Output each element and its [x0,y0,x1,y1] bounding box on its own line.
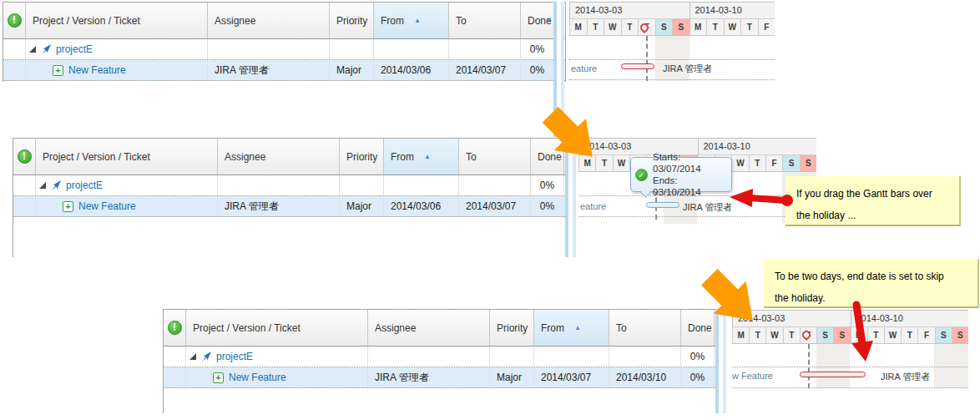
sort-asc-icon: ▲ [414,17,421,24]
status-column-header[interactable]: ! [3,3,26,38]
to-cell [459,175,531,195]
gantt-day-cell: S [952,327,968,343]
from-cell: 2014/03/06 [384,196,459,216]
ticket-link[interactable]: New Feature [68,64,126,76]
priority-cell [330,39,374,59]
gantt-task-label: w Feature [732,371,773,381]
project-link[interactable]: projectE [56,43,93,55]
to-cell [449,39,521,59]
row-status-cell [164,367,186,387]
gantt-day-cell: S [782,155,799,171]
column-header-done[interactable]: Done▼ [521,3,554,38]
gantt-day-cell: S [935,327,952,343]
gantt-bar[interactable] [800,372,866,377]
gantt-row-separator [732,387,968,388]
project-tree-cell: projectE [26,39,208,59]
table-row-ticket[interactable]: +New Feature JIRA 管理者 Major 2014/03/06 2… [3,60,565,81]
project-tree-cell: projectE [186,347,368,367]
gantt-bar[interactable] [621,63,654,69]
column-header-to[interactable]: To [449,3,521,38]
gantt-day-header: MTWTFSSMTWTF [569,19,775,36]
project-link[interactable]: projectE [66,180,103,191]
tooltip-starts: Starts: 03/07/2014 [653,151,727,175]
collapse-triangle-icon[interactable] [39,182,46,189]
column-header-project[interactable]: Project / Version / Ticket [36,139,218,175]
expand-plus-icon[interactable]: + [53,65,63,76]
column-header-priority[interactable]: Priority [340,139,384,175]
assignee-cell: JIRA 管理者 [368,367,490,387]
gantt-day-cell: F [758,19,775,35]
ticket-link[interactable]: New Feature [229,372,286,383]
done-cell: 0% [521,60,554,80]
gantt-day-cell: W [765,327,782,343]
sort-asc-icon: ▲ [424,153,431,160]
drag-date-tooltip: ✓ Starts: 03/07/2014 Ends: 03/10/2014 [630,157,732,192]
project-rocket-icon [51,180,62,191]
grid-scrollbar[interactable] [715,309,726,413]
done-cell: 0% [531,175,564,195]
table-row-ticket[interactable]: +New Feature JIRA 管理者 Major 2014/03/06 2… [13,196,575,217]
project-tree-cell: projectE [36,175,218,195]
status-column-header[interactable]: ! [13,139,36,175]
tutorial-canvas: { "colors": { "link_blue": "#1a6fad", "s… [0,0,980,420]
column-header-project[interactable]: Project / Version / Ticket [26,3,208,38]
priority-cell [490,347,534,367]
project-link[interactable]: projectE [216,351,253,362]
column-header-assignee[interactable]: Assignee [218,139,340,175]
column-header-from[interactable]: From▲ [534,310,609,346]
row-status-cell [164,347,186,367]
priority-cell: Major [340,196,384,216]
gantt-day-cell: T [621,19,639,35]
column-header-project[interactable]: Project / Version / Ticket [186,310,368,346]
ticket-tree-cell: +New Feature [26,60,208,80]
grid-header: ! Project / Version / Ticket Assignee Pr… [13,139,575,175]
column-header-assignee[interactable]: Assignee [208,3,330,38]
column-header-to[interactable]: To [609,310,681,346]
gantt-day-cell: S [655,19,673,35]
to-cell: 2014/03/07 [449,60,521,80]
gantt-day-cell: S [672,19,690,35]
gantt-day-cell: T [740,19,758,35]
gantt-chart: 2014-03-03 2014-03-10 MTWTFSSMTWTF eatur… [569,2,775,81]
from-cell [374,39,449,59]
to-cell: 2014/03/10 [609,367,681,387]
from-cell: 2014/03/06 [374,60,449,80]
column-header-priority[interactable]: Priority [330,3,374,38]
expand-plus-icon[interactable]: + [213,372,224,383]
column-header-from[interactable]: From▲ [374,3,449,38]
row-status-cell [13,196,36,216]
note-line: the holiday ... [796,205,948,226]
week-label: 2014-03-10 [690,3,775,18]
ticket-tree-cell: +New Feature [36,196,218,216]
sort-asc-icon: ▲ [574,324,581,331]
status-column-header[interactable]: ! [164,310,186,346]
gantt-row-separator [569,79,775,80]
from-cell [534,347,609,367]
gantt-row-separator [732,367,968,367]
note-line: To be two days, end date is set to skip [775,266,967,287]
ticket-link[interactable]: New Feature [78,200,136,212]
column-header-assignee[interactable]: Assignee [368,310,490,346]
column-header-priority[interactable]: Priority [490,310,534,346]
column-menu-icon[interactable]: ▼ [545,16,553,24]
today-line [646,36,648,81]
status-exclaim-icon: ! [8,13,22,28]
project-rocket-icon [201,352,212,362]
table-row-ticket[interactable]: +New Feature JIRA 管理者 Major 2014/03/07 2… [164,367,725,388]
collapse-triangle-icon[interactable] [189,353,196,360]
table-row-project[interactable]: projectE 0% [3,39,565,60]
tooltip-ends: Ends: 03/10/2014 [653,175,727,198]
table-row-project[interactable]: projectE 0% [13,175,575,196]
table-row-project[interactable]: projectE 0% [164,347,725,367]
gantt-assignee-label: JIRA 管理者 [663,63,712,75]
gantt-day-cell: T [587,19,604,35]
from-cell [384,175,459,195]
assignee-cell: JIRA 管理者 [208,60,330,80]
status-exclaim-icon: ! [168,321,182,335]
column-header-from[interactable]: From▲ [384,139,459,175]
expand-plus-icon[interactable]: + [63,201,73,212]
check-icon: ✓ [635,169,648,181]
gantt-bar-dragging[interactable] [646,202,679,208]
column-header-to[interactable]: To [459,139,531,175]
collapse-triangle-icon[interactable] [29,46,36,53]
